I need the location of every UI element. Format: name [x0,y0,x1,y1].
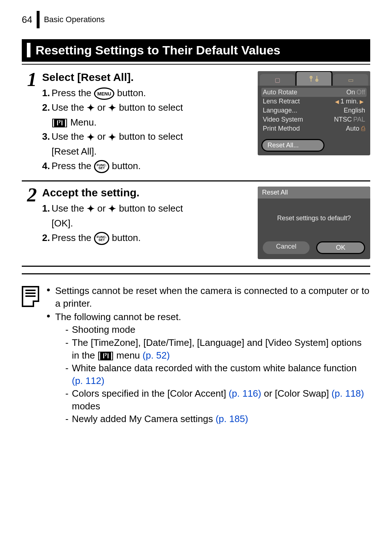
set-label: SET [98,238,105,241]
lcd-dialog-title: Reset All [258,187,370,199]
text: [Reset All]. [52,146,97,157]
page-ref[interactable]: (p. 52) [143,350,170,361]
lcd-value: NTSC [334,116,352,123]
lcd-ok-button: OK [316,241,365,254]
tools-menu-icon: ӀˀӀ [100,352,111,360]
section-name: Basic Operations [44,15,105,24]
sub-item: White balance data recorded with the cus… [65,362,370,387]
notes-sublist: Shooting mode The [TimeZone], [Date/Time… [55,323,370,425]
text: button to select [116,131,183,142]
sub-item: Colors specified in the [Color Accent] (… [65,387,370,413]
text: or [95,102,109,113]
lcd-row: Video SystemNTSCPAL [261,115,367,124]
lcd-tabs: ▢ ▭ [258,71,370,86]
page-ref[interactable]: (p. 116) [229,388,261,399]
lcd-row: Language...English [261,106,367,115]
sub-item: Newly added My Camera settings (p. 185) [65,413,370,425]
substep-num: 3. [42,130,52,144]
up-arrow-icon: ✦ [87,131,95,144]
step-title: Select [Reset All]. [42,71,251,83]
page-title-bar: Resetting Settings to Their Default Valu… [22,39,370,62]
note-icon [22,286,39,307]
set-label: SET [98,167,105,169]
substep-num: 1. [42,202,52,216]
lcd-row: Print MethodAuto ⎙ [261,124,367,133]
print-icon: ⎙ [361,125,365,132]
page: 64 Basic Operations Resetting Settings t… [0,0,392,448]
lcd-menu-rows: Auto RotateOnOff Lens Retract◀1 min.▶ La… [258,86,370,137]
text: Settings cannot be reset when the camera… [55,285,369,309]
text: button. [117,87,146,98]
camera-lcd-confirm: Reset All Reset settings to default? Can… [258,187,370,259]
text: or [95,203,109,214]
lcd-dialog-buttons: Cancel OK [258,238,370,259]
step-1: 1 Select [Reset All]. 1.Press the MENU b… [22,66,370,181]
text: Shooting mode [72,324,135,335]
text: Colors specified in the [Color Accent] [72,388,229,399]
lcd-row: Auto RotateOnOff [261,88,367,97]
lcd-value: Auto [346,125,359,132]
lcd-tab-camera-icon: ▢ [260,74,295,86]
page-number: 64 [22,14,32,25]
sub-item: Shooting mode [65,323,370,336]
page-ref[interactable]: (p. 185) [216,413,248,424]
title-lead-bar [27,43,30,57]
lcd-value: English [344,107,365,114]
text: Newly added My Camera settings [72,413,216,424]
lcd-label: Video System [263,116,303,123]
lcd-value-dim: Off [356,89,365,96]
text: button to select [116,102,183,113]
substep-num: 2. [42,231,52,245]
lcd-row: Lens Retract◀1 min.▶ [261,97,367,106]
step-number: 1 [22,70,42,89]
right-arrow-icon: ✦ [108,202,116,216]
lcd-tab-print-icon: ▭ [333,74,368,86]
down-arrow-icon: ✦ [108,131,116,144]
notes-list: Settings cannot be reset when the camera… [46,285,370,426]
text: Use the [52,131,87,142]
text: Press the [52,232,94,243]
text: [OK]. [52,218,73,229]
text: ] menu [111,350,143,361]
text: [ [52,117,54,128]
text: ] Menu. [65,117,97,128]
text: White balance data recorded with the cus… [72,363,357,373]
page-ref[interactable]: (p. 118) [331,388,364,399]
right-tri-icon: ▶ [360,99,364,105]
text: or [95,131,109,142]
notes-block: Settings cannot be reset when the camera… [22,285,370,426]
lcd-value: On [346,89,355,96]
text: modes [72,401,100,412]
page-ref[interactable]: (p. 112) [72,375,105,386]
substep-num: 4. [42,159,52,173]
rule [22,64,370,65]
substeps: 1.Use the ✦ or ✦ button to select [OK]. … [42,202,251,245]
lcd-reset-all: Reset All... [261,139,324,152]
step-number: 2 [22,185,42,205]
lcd-label: Language... [263,107,297,114]
left-arrow-icon: ✦ [87,101,95,115]
func-set-button-icon: FUNC.SET [94,232,109,245]
text: Press the [52,87,94,98]
text: button. [112,160,141,171]
lcd-value-dim: PAL [353,116,365,123]
header-divider [37,11,40,28]
sub-item: The [TimeZone], [Date/Time], [Language] … [65,336,370,362]
left-tri-icon: ◀ [335,99,339,105]
right-arrow-icon: ✦ [108,101,116,115]
lcd-cancel-button: Cancel [263,241,310,254]
lcd-value: 1 min. [340,98,358,105]
step-2: 2 Accept the setting. 1.Use the ✦ or ✦ b… [22,181,370,267]
step-title: Accept the setting. [42,187,251,199]
substep-num: 1. [42,86,52,100]
func-set-button-icon: FUNC.SET [94,160,109,173]
lcd-label: Print Method [263,125,300,132]
text: button. [112,232,141,243]
lcd-tab-tools-icon [295,71,332,86]
rule-end [22,273,370,274]
text: Use the [52,203,87,214]
menu-button-icon: MENU [94,87,114,100]
text: Press the [52,160,94,171]
lcd-label: Lens Retract [263,98,300,105]
note-item: The following cannot be reset. Shooting … [46,311,370,425]
